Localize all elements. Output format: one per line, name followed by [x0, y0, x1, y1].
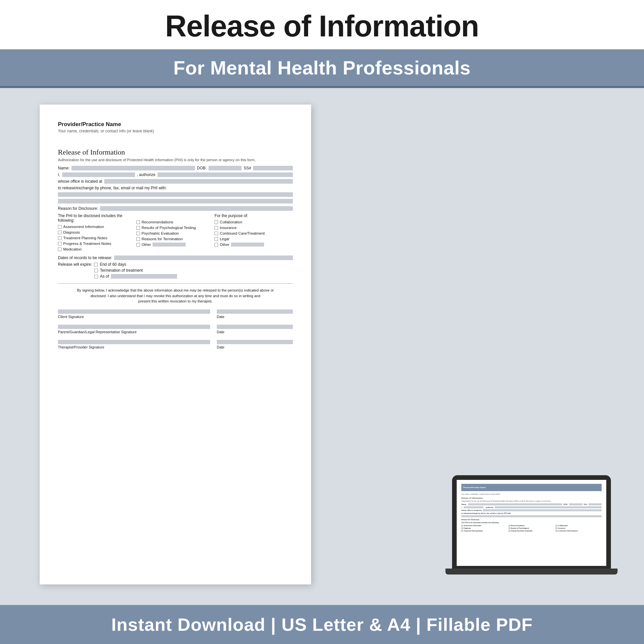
parent-sig-block: Parent/Guardian/Legal Representative Sig…	[58, 325, 210, 334]
mini-form-sub: Authorization for the use and disclosure…	[461, 500, 602, 502]
parent-date-line[interactable]	[217, 325, 293, 329]
cb-legal-label: Legal	[220, 237, 229, 241]
expire-asof-field[interactable]	[111, 274, 177, 279]
phi-col3: For the purpose of: Collaboration Insura…	[214, 213, 293, 253]
cb-medication-box[interactable]	[58, 248, 62, 251]
expire-cb1-box[interactable]	[94, 263, 98, 266]
dates-field[interactable]	[114, 255, 293, 260]
therapist-date-line[interactable]	[217, 340, 293, 344]
mini-name-label: Name:	[461, 503, 467, 505]
document-paper: Provider/Practice Name Your name, creden…	[40, 105, 311, 584]
mini-office-row: whose office is located at	[461, 509, 602, 511]
mini-phi-col1: Assessment Information Diagnosis Treatme…	[461, 525, 507, 532]
client-date-line[interactable]	[217, 309, 293, 314]
cb-collaboration-box[interactable]	[214, 220, 218, 224]
cb-insurance-label: Insurance	[220, 226, 237, 230]
other1-field[interactable]	[153, 243, 186, 247]
cb-other1-box[interactable]	[136, 243, 140, 247]
cb-recommendations-box[interactable]	[136, 220, 140, 224]
cb-recommendations: Recommendations	[136, 220, 215, 224]
mini-provider-name: Practice/Provider Name	[463, 486, 485, 488]
cb-continued-care-box[interactable]	[214, 232, 218, 235]
mini-cb6-box	[509, 530, 510, 532]
expire-cb2-box[interactable]	[94, 269, 98, 272]
mini-cb5-label: Results of Psychological	[511, 527, 529, 529]
main-title: Release of Information	[7, 10, 637, 43]
cb-insurance-box[interactable]	[214, 226, 218, 230]
mini-cb8-label: Insurance	[558, 527, 565, 529]
cb-termination-box[interactable]	[136, 237, 140, 241]
cb-treatment-planning-box[interactable]	[58, 236, 62, 240]
mini-ss-field	[588, 503, 602, 505]
release-field[interactable]	[58, 192, 293, 197]
client-sig-line[interactable]	[58, 309, 210, 314]
parent-sig-row: Parent/Guardian/Legal Representative Sig…	[58, 325, 293, 334]
provider-sub: Your name, credentials, or contact info …	[58, 129, 293, 133]
i-label: I,	[58, 172, 60, 177]
phi-col2: . Recommendations Results of Psychologic…	[136, 213, 215, 253]
mini-cb8-box	[556, 528, 557, 529]
i-field[interactable]	[62, 172, 135, 177]
mini-cb2-label: Diagnosis	[464, 527, 471, 529]
cb-other2-box[interactable]	[214, 243, 218, 247]
name-label: Name:	[58, 166, 69, 170]
office-row: whose office is located at	[58, 179, 293, 184]
name-field[interactable]	[71, 166, 195, 170]
cb-progress-box[interactable]	[58, 242, 62, 246]
mini-cb6-label: Testing Psychiatric Evaluation	[511, 530, 533, 532]
cb-diagnosis-box[interactable]	[58, 231, 62, 234]
parent-date-block: Date	[217, 325, 293, 334]
cb-collaboration-label: Collaboration	[220, 220, 242, 224]
parent-date-label: Date	[217, 330, 293, 334]
office-field[interactable]	[104, 179, 293, 184]
dob-field[interactable]	[208, 166, 242, 170]
expire-label-row: Release will expire: End of 60 days	[58, 262, 293, 267]
mini-cb9-box	[556, 530, 557, 532]
cb-psych-testing-box[interactable]	[136, 226, 140, 230]
reason-field[interactable]	[100, 206, 293, 211]
mini-release-row: to release/exchange by phone, fax, email…	[461, 512, 602, 514]
mini-cb3-label: Treatment Planning Notes	[464, 530, 483, 532]
cb-other2: Other	[214, 243, 293, 247]
cb-progress: Progress & Treatment Notes	[58, 242, 136, 246]
mini-cb9: Continued Care/Treatment	[556, 530, 602, 532]
cb-psych-eval-box[interactable]	[136, 232, 140, 235]
mini-name-row: Name: DOB: SS#	[461, 503, 602, 505]
bottom-bar: Instant Download | US Letter & A4 | Fill…	[0, 605, 644, 644]
bottom-line3: present this written revocation to my th…	[138, 299, 212, 303]
cb-diagnosis: Diagnosis	[58, 230, 136, 234]
client-date-label: Date	[217, 315, 293, 319]
mini-cb6: Testing Psychiatric Evaluation	[509, 530, 555, 532]
cb-legal-box[interactable]	[214, 237, 218, 241]
mini-office-field	[483, 509, 602, 511]
mini-cb4: Recommendations	[509, 525, 555, 527]
expire-cb3-box[interactable]	[94, 275, 98, 278]
reason-row: Reason for Disclosure:	[58, 206, 293, 211]
release-row: to release/exchange by phone, fax, email…	[58, 186, 293, 190]
therapist-sig-line[interactable]	[58, 340, 210, 344]
cb-continued-care-label: Continued Care/Treatment	[220, 231, 265, 235]
mini-form-title: Release of Information	[461, 497, 602, 499]
cb-other1-label: Other	[142, 243, 151, 247]
parent-sig-line[interactable]	[58, 325, 210, 329]
mini-cb3-box	[461, 530, 463, 532]
cb-assessment-box[interactable]	[58, 225, 62, 229]
bottom-text: By signing below, I acknowledge that the…	[58, 288, 293, 304]
content-area: Provider/Practice Name Your name, creden…	[0, 88, 644, 601]
mini-dob-field	[569, 503, 582, 505]
office-label: whose office is located at	[58, 179, 102, 184]
authorize-field[interactable]	[158, 172, 293, 177]
bottom-line1: By signing below, I acknowledge that the…	[77, 288, 274, 292]
client-sig-block: Client Signature	[58, 309, 210, 319]
expire-row2: Termination of treatment	[58, 268, 293, 273]
mini-phi-line	[461, 515, 602, 517]
release-field2[interactable]	[58, 199, 293, 204]
ss-field[interactable]	[253, 166, 293, 170]
laptop-outer: Practice/Provider Name Your name, creden…	[452, 475, 611, 569]
other2-field[interactable]	[231, 243, 264, 247]
client-date-block: Date	[217, 309, 293, 319]
ss-label: SS#	[244, 166, 251, 170]
cb-termination: Reasons for Termination	[136, 237, 215, 241]
subtitle-text: For Mental Health Professionals	[173, 57, 471, 78]
mini-cb8: Insurance	[556, 527, 602, 529]
